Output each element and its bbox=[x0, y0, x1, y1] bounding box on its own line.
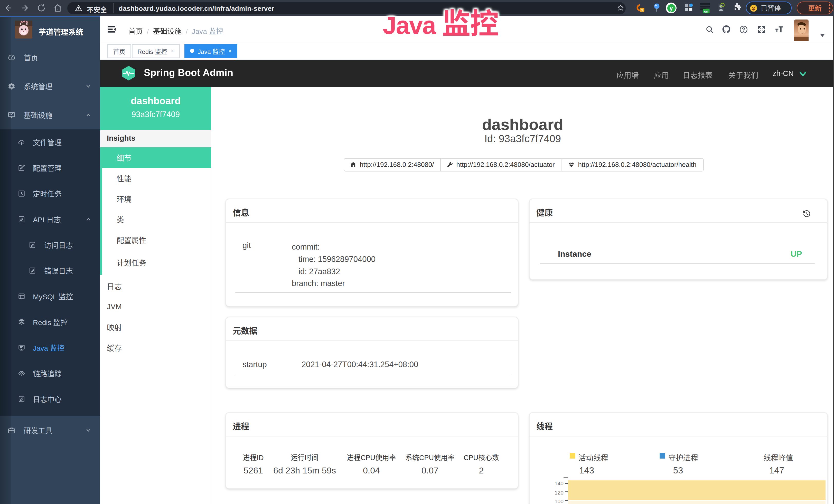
svg-text:on: on bbox=[704, 9, 708, 13]
svg-text:1: 1 bbox=[641, 8, 643, 12]
